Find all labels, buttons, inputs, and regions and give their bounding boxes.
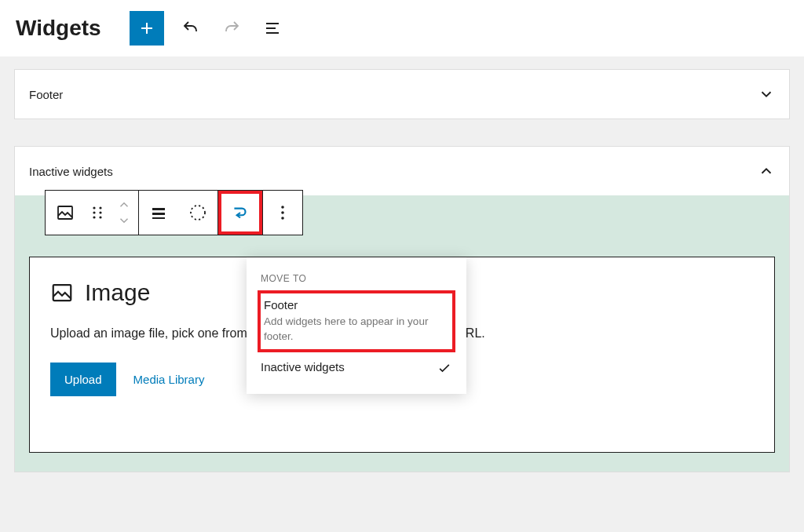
- more-vertical-icon: [273, 203, 292, 222]
- page-title: Widgets: [16, 16, 101, 41]
- image-block[interactable]: Image Upload an image file, pick one fro…: [29, 257, 775, 453]
- main-content: Footer Inactive widgets: [0, 56, 804, 532]
- svg-rect-0: [58, 206, 72, 219]
- image-icon: [50, 281, 74, 304]
- block-type-button[interactable]: [46, 191, 85, 235]
- chevron-up-icon: [758, 162, 775, 180]
- move-to-popover: MOVE TO Footer Add widgets here to appea…: [247, 257, 466, 394]
- svg-point-11: [281, 206, 284, 209]
- move-to-footer-option[interactable]: Footer Add widgets here to appear in you…: [258, 290, 455, 352]
- svg-rect-9: [152, 217, 165, 219]
- svg-rect-8: [152, 213, 165, 215]
- svg-point-2: [99, 206, 101, 209]
- move-to-widget-area-button[interactable]: [218, 191, 262, 235]
- widget-area-inactive: Inactive widgets: [14, 146, 790, 472]
- svg-point-1: [93, 206, 95, 209]
- editor-topbar: Widgets: [0, 0, 804, 56]
- move-down-button[interactable]: [117, 213, 131, 228]
- chevron-down-icon: [117, 216, 131, 225]
- check-icon: [437, 360, 452, 376]
- svg-rect-14: [53, 285, 71, 301]
- svg-point-6: [99, 216, 101, 218]
- undo-button[interactable]: [177, 14, 205, 42]
- image-block-title: Image: [85, 279, 150, 306]
- add-block-button[interactable]: [130, 11, 164, 46]
- move-to-inactive-option[interactable]: Inactive widgets: [247, 352, 466, 384]
- more-options-button[interactable]: [263, 191, 302, 235]
- widget-area-footer: Footer: [14, 69, 790, 119]
- move-up-button[interactable]: [117, 197, 131, 213]
- plus-icon: [137, 19, 156, 38]
- redo-button[interactable]: [217, 14, 246, 42]
- chevron-up-icon: [117, 200, 131, 210]
- widget-area-footer-header[interactable]: Footer: [15, 70, 789, 118]
- svg-point-4: [99, 211, 101, 213]
- move-to-icon: [230, 202, 250, 223]
- svg-point-12: [281, 211, 284, 214]
- widget-area-footer-label: Footer: [29, 88, 63, 101]
- block-mover: [110, 191, 138, 235]
- svg-point-3: [93, 211, 95, 213]
- align-button[interactable]: [139, 191, 178, 235]
- drag-handle[interactable]: [85, 191, 110, 235]
- chevron-down-icon: [758, 86, 775, 103]
- image-icon: [56, 203, 75, 222]
- align-icon: [149, 203, 168, 222]
- crop-button[interactable]: [178, 191, 217, 235]
- move-to-heading: MOVE TO: [247, 268, 466, 290]
- dotted-circle-icon: [188, 203, 207, 222]
- move-to-footer-desc: Add widgets here to appear in your foote…: [264, 315, 449, 344]
- move-to-inactive-name: Inactive widgets: [261, 360, 345, 373]
- redo-icon: [222, 19, 241, 38]
- upload-button[interactable]: Upload: [50, 363, 116, 396]
- widget-area-inactive-label: Inactive widgets: [29, 165, 113, 178]
- widget-area-inactive-header[interactable]: Inactive widgets: [15, 147, 789, 195]
- svg-point-5: [93, 216, 95, 218]
- svg-point-10: [191, 206, 205, 220]
- svg-point-13: [281, 217, 284, 220]
- list-view-button[interactable]: [258, 14, 287, 42]
- svg-rect-7: [152, 208, 165, 210]
- inactive-widgets-body: Image Upload an image file, pick one fro…: [15, 195, 789, 472]
- block-toolbar: [45, 190, 303, 235]
- drag-icon: [91, 204, 104, 221]
- list-view-icon: [263, 19, 282, 38]
- move-to-footer-name: Footer: [264, 298, 449, 312]
- media-library-link[interactable]: Media Library: [133, 373, 205, 386]
- undo-icon: [181, 19, 200, 38]
